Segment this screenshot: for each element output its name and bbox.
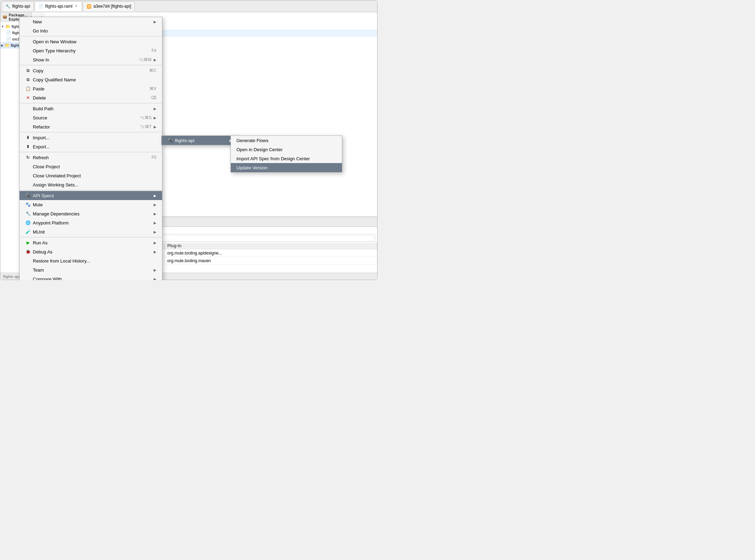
paste-icon: 📋 — [25, 86, 31, 91]
copy-icon: ⧉ — [25, 68, 31, 73]
sidebar-icon: 📦 — [2, 15, 7, 19]
refactor-label: Refactor — [33, 124, 50, 130]
menu-item-anypoint[interactable]: 🌐 Anypoint Platform ▶ — [20, 218, 162, 227]
export-icon: ⬆ — [25, 144, 31, 149]
new-label: New — [33, 19, 42, 24]
menu-item-source[interactable]: Source ⌥⌘S ▶ — [20, 113, 162, 122]
munit-arrow: ▶ — [154, 230, 156, 234]
menu-item-refactor[interactable]: Refactor ⌥⌘T ▶ — [20, 122, 162, 131]
info-plugin-cell: org.mule.tooling.maven — [164, 258, 377, 264]
menu-item-copy-qualified[interactable]: ⧉ Copy Qualified Name — [20, 75, 162, 84]
submenu-item-update-version[interactable]: Update Version — [231, 163, 342, 172]
copy-qualified-label: Copy Qualified Name — [33, 77, 76, 82]
menu-item-open-new-window[interactable]: Open in New Window — [20, 37, 162, 46]
menu-item-open-type-hierarchy[interactable]: Open Type Hierarchy F4 — [20, 46, 162, 55]
menu-item-new[interactable]: New ▶ — [20, 17, 162, 26]
menu-item-show-in[interactable]: Show In ⌥⌘W ▶ — [20, 55, 162, 64]
team-arrow: ▶ — [154, 268, 156, 272]
sep3 — [20, 103, 162, 103]
menu-item-export[interactable]: ⬆ Export... — [20, 142, 162, 151]
close-project-label: Close Project — [33, 164, 60, 169]
menu-item-restore-local[interactable]: Restore from Local History... — [20, 256, 162, 265]
open-type-label: Open Type Hierarchy — [33, 48, 76, 53]
tab-flights-api[interactable]: 🔧 flights-api — [2, 1, 34, 11]
refresh-icon: ↻ — [25, 155, 31, 160]
munit-icon: 🧪 — [25, 229, 31, 234]
tree-item-excl-label: excl — [12, 37, 19, 41]
raml-tab-close[interactable]: ✕ — [74, 4, 78, 8]
export-label: Export... — [33, 144, 50, 149]
team-label: Team — [33, 267, 44, 273]
sep5 — [20, 152, 162, 152]
folder-icon: 📁 — [5, 24, 10, 29]
generate-flows-label: Generate Flows — [236, 138, 269, 143]
git-tab-icon: 🔀 — [87, 4, 91, 9]
raml-tab-icon: 📄 — [38, 4, 43, 8]
menu-item-team[interactable]: Team ▶ — [20, 265, 162, 274]
flights-api-tab-icon: 🔧 — [6, 4, 10, 9]
sep6 — [20, 190, 162, 190]
go-into-label: Go Into — [33, 28, 48, 34]
flights-folder-icon: 📁 — [5, 43, 10, 48]
mule-icon: 🐾 — [25, 202, 31, 207]
menu-item-paste[interactable]: 📋 Paste ⌘V — [20, 84, 162, 93]
show-in-arrow: ▶ — [154, 58, 156, 62]
copy-shortcut: ⌘C — [149, 68, 156, 73]
tab-a3ee7d4[interactable]: 🔀 a3ee7d4 [flights-api] — [83, 1, 135, 11]
open-new-window-label: Open in New Window — [33, 39, 76, 44]
menu-item-build-path[interactable]: Build Path ▶ — [20, 104, 162, 113]
update-version-label: Update Version — [236, 165, 267, 170]
raml-file-icon: 📄 — [6, 30, 11, 35]
run-as-arrow: ▶ — [154, 241, 156, 245]
compare-arrow: ▶ — [154, 277, 156, 280]
show-in-shortcut: ⌥⌘W — [139, 57, 152, 62]
sep4 — [20, 132, 162, 132]
flights-api-sub-label: flights-api — [175, 138, 195, 143]
menu-item-mule[interactable]: 🐾 Mule ▶ — [20, 200, 162, 209]
delete-label: Delete — [33, 95, 46, 101]
raml-tab-label: flights-api.raml — [45, 4, 72, 9]
menu-item-munit[interactable]: 🧪 MUnit ▶ — [20, 227, 162, 236]
munit-label: MUnit — [33, 229, 45, 235]
source-arrow: ▶ — [154, 116, 156, 120]
source-shortcut: ⌥⌘S — [140, 115, 152, 120]
tab-flights-api-raml[interactable]: 📄 flights-api.raml ✕ — [35, 1, 82, 11]
flights-api-tab-label: flights-api — [12, 4, 30, 9]
menu-item-api-specs[interactable]: 🔌 API Specs ▶ — [20, 191, 162, 200]
paste-shortcut: ⌘V — [149, 86, 156, 91]
menu-item-copy[interactable]: ⧉ Copy ⌘C — [20, 66, 162, 75]
submenu-item-import-api-spec[interactable]: Import API Spec from Design Center — [231, 154, 342, 163]
error-plugin-cell: org.mule.tooling.apidesigne... — [164, 250, 377, 256]
compare-label: Compare With — [33, 277, 62, 280]
submenu-item-generate-flows[interactable]: Generate Flows — [231, 136, 342, 145]
menu-item-compare-with[interactable]: Compare With ▶ — [20, 274, 162, 280]
anypoint-label: Anypoint Platform — [33, 220, 69, 226]
close-unrelated-label: Close Unrelated Project — [33, 173, 81, 178]
delete-shortcut: ⌫ — [151, 95, 156, 100]
menu-item-delete[interactable]: ✕ Delete ⌫ — [20, 93, 162, 102]
api-specs-label: API Specs — [33, 193, 54, 198]
copy-label: Copy — [33, 68, 43, 73]
submenu-item-open-design-center[interactable]: Open in Design Center — [231, 145, 342, 154]
expand-arrow: ▼ — [1, 25, 4, 28]
menu-item-assign-working-sets[interactable]: Assign Working Sets... — [20, 180, 162, 189]
run-as-label: Run As — [33, 240, 47, 245]
menu-item-close-unrelated[interactable]: Close Unrelated Project — [20, 171, 162, 180]
menu-item-go-into[interactable]: Go Into — [20, 26, 162, 35]
run-as-icon: ▶ — [25, 240, 31, 245]
build-path-label: Build Path — [33, 106, 53, 111]
menu-item-manage-dependencies[interactable]: 🔧 Manage Dependencies ▶ — [20, 209, 162, 218]
submenu-item-flights-api[interactable]: 🔌 flights-api ▶ — [162, 136, 238, 145]
source-label: Source — [33, 115, 47, 120]
excl-icon: 📄 — [6, 37, 11, 42]
debug-as-label: Debug As — [33, 249, 52, 255]
editor-tab-bar: 🔧 flights-api 📄 flights-api.raml ✕ 🔀 a3e… — [0, 0, 377, 12]
menu-item-refresh[interactable]: ↻ Refresh F5 — [20, 153, 162, 162]
menu-item-import[interactable]: ⬇ Import... — [20, 133, 162, 142]
paste-label: Paste — [33, 86, 44, 91]
menu-item-debug-as[interactable]: 🐞 Debug As ▶ — [20, 247, 162, 256]
menu-item-run-as[interactable]: ▶ Run As ▶ — [20, 238, 162, 247]
import-api-spec-label: Import API Spec from Design Center — [236, 156, 310, 161]
menu-item-close-project[interactable]: Close Project — [20, 162, 162, 171]
import-icon: ⬇ — [25, 135, 31, 140]
